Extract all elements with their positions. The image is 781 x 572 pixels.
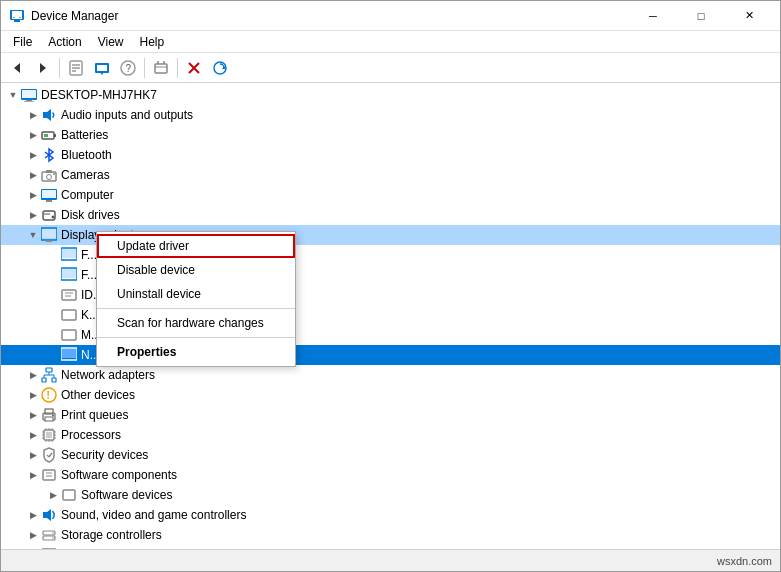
svg-point-36 bbox=[47, 175, 52, 180]
svg-rect-55 bbox=[62, 310, 76, 320]
forward-button[interactable] bbox=[31, 56, 55, 80]
svg-rect-49 bbox=[62, 249, 76, 258]
svg-rect-3 bbox=[13, 17, 15, 18]
display-f1-icon bbox=[61, 247, 77, 263]
tree-item-sound[interactable]: ▶ Sound, video and game controllers bbox=[1, 505, 780, 525]
toolbar: ? bbox=[1, 53, 780, 83]
tree-item-softwarecomp[interactable]: ▶ Software components bbox=[1, 465, 780, 485]
tree-item-processors[interactable]: ▶ bbox=[1, 425, 780, 445]
maximize-button[interactable]: □ bbox=[678, 1, 724, 31]
softwarecomp-expand-icon[interactable]: ▶ bbox=[25, 467, 41, 483]
svg-point-38 bbox=[53, 173, 55, 175]
menu-file[interactable]: File bbox=[5, 33, 40, 51]
root-expand-icon[interactable]: ▼ bbox=[5, 87, 21, 103]
tree-root[interactable]: ▼ DESKTOP-MHJ7HK7 bbox=[1, 85, 780, 105]
svg-marker-92 bbox=[43, 509, 51, 521]
tree-item-security[interactable]: ▶ Security devices bbox=[1, 445, 780, 465]
tree-item-cameras[interactable]: ▶ Cameras bbox=[1, 165, 780, 185]
audio-expand-icon[interactable]: ▶ bbox=[25, 107, 41, 123]
properties-toolbar-button[interactable] bbox=[64, 56, 88, 80]
svg-rect-52 bbox=[62, 290, 76, 300]
svg-line-87 bbox=[49, 453, 52, 457]
close-button[interactable]: ✕ bbox=[726, 1, 772, 31]
window-title: Device Manager bbox=[31, 9, 118, 23]
svg-rect-41 bbox=[46, 200, 52, 202]
tree-item-batteries[interactable]: ▶ Batteries bbox=[1, 125, 780, 145]
context-menu-disable-device[interactable]: Disable device bbox=[97, 258, 295, 282]
softwaredev-expand-icon[interactable]: ▶ bbox=[45, 487, 61, 503]
svg-rect-61 bbox=[52, 378, 56, 382]
security-expand-icon[interactable]: ▶ bbox=[25, 447, 41, 463]
menu-view[interactable]: View bbox=[90, 33, 132, 51]
update-driver-toolbar-button[interactable] bbox=[90, 56, 114, 80]
cameras-icon bbox=[41, 167, 57, 183]
batteries-expand-icon[interactable]: ▶ bbox=[25, 127, 41, 143]
other-expand-icon[interactable]: ▶ bbox=[25, 387, 41, 403]
svg-rect-1 bbox=[14, 20, 20, 22]
sound-expand-icon[interactable]: ▶ bbox=[25, 507, 41, 523]
security-label: Security devices bbox=[61, 448, 148, 462]
menu-help[interactable]: Help bbox=[132, 33, 173, 51]
computer-label: Computer bbox=[61, 188, 114, 202]
window-icon bbox=[9, 8, 25, 24]
tree-item-system[interactable]: ▶ System devices bbox=[1, 545, 780, 549]
remove-device-button[interactable] bbox=[182, 56, 206, 80]
title-bar-left: Device Manager bbox=[9, 8, 118, 24]
svg-point-96 bbox=[52, 537, 54, 539]
context-menu-properties[interactable]: Properties bbox=[97, 340, 295, 364]
tree-item-storage[interactable]: ▶ Storage controllers bbox=[1, 525, 780, 545]
svg-rect-88 bbox=[43, 470, 55, 480]
root-icon bbox=[21, 87, 37, 103]
cameras-expand-icon[interactable]: ▶ bbox=[25, 167, 41, 183]
other-icon: ! bbox=[41, 387, 57, 403]
display-f2-label: F... bbox=[81, 268, 97, 282]
tree-item-audio[interactable]: ▶ Audio inputs and outputs bbox=[1, 105, 780, 125]
status-bar: wsxdn.com bbox=[1, 549, 780, 571]
bluetooth-expand-icon[interactable]: ▶ bbox=[25, 147, 41, 163]
svg-marker-6 bbox=[40, 63, 46, 73]
svg-text:!: ! bbox=[47, 390, 50, 401]
storage-expand-icon[interactable]: ▶ bbox=[25, 527, 41, 543]
network-expand-icon[interactable]: ▶ bbox=[25, 367, 41, 383]
device-manager-window: Device Manager ─ □ ✕ File Action View He… bbox=[0, 0, 781, 572]
context-menu-sep-1 bbox=[97, 308, 295, 309]
print-label: Print queues bbox=[61, 408, 128, 422]
context-menu: Update driver Disable device Uninstall d… bbox=[96, 231, 296, 367]
back-button[interactable] bbox=[5, 56, 29, 80]
context-menu-scan[interactable]: Scan for hardware changes bbox=[97, 311, 295, 335]
toolbar-sep-3 bbox=[177, 58, 178, 78]
tree-item-other[interactable]: ▶ ! Other devices bbox=[1, 385, 780, 405]
scan-changes-button[interactable] bbox=[208, 56, 232, 80]
tree-item-disk[interactable]: ▶ Disk drives bbox=[1, 205, 780, 225]
svg-rect-16 bbox=[155, 64, 167, 73]
minimize-button[interactable]: ─ bbox=[630, 1, 676, 31]
title-bar: Device Manager ─ □ ✕ bbox=[1, 1, 780, 31]
batteries-label: Batteries bbox=[61, 128, 108, 142]
display-k-icon bbox=[61, 307, 77, 323]
tree-item-bluetooth[interactable]: ▶ Bluetooth bbox=[1, 145, 780, 165]
bluetooth-icon bbox=[41, 147, 57, 163]
svg-rect-60 bbox=[42, 378, 46, 382]
menu-action[interactable]: Action bbox=[40, 33, 89, 51]
processors-expand-icon[interactable]: ▶ bbox=[25, 427, 41, 443]
help-toolbar-button[interactable]: ? bbox=[116, 56, 140, 80]
tree-view[interactable]: ▼ DESKTOP-MHJ7HK7 ▶ bbox=[1, 83, 780, 549]
context-menu-update-driver[interactable]: Update driver bbox=[97, 234, 295, 258]
system-expand-icon[interactable]: ▶ bbox=[25, 547, 41, 549]
tree-item-softwaredev[interactable]: ▶ Software devices bbox=[1, 485, 780, 505]
storage-icon bbox=[41, 527, 57, 543]
disk-expand-icon[interactable]: ▶ bbox=[25, 207, 41, 223]
svg-rect-31 bbox=[44, 134, 48, 137]
context-menu-uninstall-device[interactable]: Uninstall device bbox=[97, 282, 295, 306]
tree-item-print[interactable]: ▶ Print queues bbox=[1, 405, 780, 425]
show-hidden-button[interactable] bbox=[149, 56, 173, 80]
svg-rect-46 bbox=[42, 229, 56, 238]
batteries-icon bbox=[41, 127, 57, 143]
print-expand-icon[interactable]: ▶ bbox=[25, 407, 41, 423]
computer-expand-icon[interactable]: ▶ bbox=[25, 187, 41, 203]
display-expand-icon[interactable]: ▼ bbox=[25, 227, 41, 243]
tree-item-computer[interactable]: ▶ Computer bbox=[1, 185, 780, 205]
print-icon bbox=[41, 407, 57, 423]
tree-item-network[interactable]: ▶ Network adapters bbox=[1, 365, 780, 385]
network-icon bbox=[41, 367, 57, 383]
